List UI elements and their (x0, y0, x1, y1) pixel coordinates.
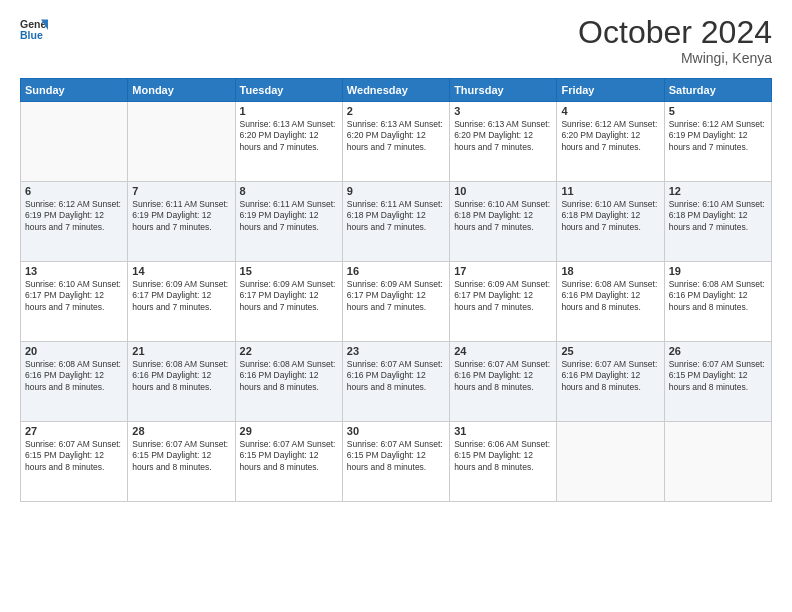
table-row: 2Sunrise: 6:13 AM Sunset: 6:20 PM Daylig… (342, 102, 449, 182)
day-number: 28 (132, 425, 230, 437)
table-row: 14Sunrise: 6:09 AM Sunset: 6:17 PM Dayli… (128, 262, 235, 342)
calendar-week-row: 13Sunrise: 6:10 AM Sunset: 6:17 PM Dayli… (21, 262, 772, 342)
svg-text:Blue: Blue (20, 29, 43, 41)
table-row: 16Sunrise: 6:09 AM Sunset: 6:17 PM Dayli… (342, 262, 449, 342)
table-row (128, 102, 235, 182)
header-sunday: Sunday (21, 79, 128, 102)
header-friday: Friday (557, 79, 664, 102)
table-row (21, 102, 128, 182)
day-info: Sunrise: 6:13 AM Sunset: 6:20 PM Dayligh… (240, 119, 338, 153)
day-number: 15 (240, 265, 338, 277)
table-row: 19Sunrise: 6:08 AM Sunset: 6:16 PM Dayli… (664, 262, 771, 342)
header-saturday: Saturday (664, 79, 771, 102)
day-number: 3 (454, 105, 552, 117)
table-row: 6Sunrise: 6:12 AM Sunset: 6:19 PM Daylig… (21, 182, 128, 262)
calendar-week-row: 1Sunrise: 6:13 AM Sunset: 6:20 PM Daylig… (21, 102, 772, 182)
table-row: 13Sunrise: 6:10 AM Sunset: 6:17 PM Dayli… (21, 262, 128, 342)
day-info: Sunrise: 6:07 AM Sunset: 6:16 PM Dayligh… (454, 359, 552, 393)
day-number: 1 (240, 105, 338, 117)
day-number: 19 (669, 265, 767, 277)
table-row: 28Sunrise: 6:07 AM Sunset: 6:15 PM Dayli… (128, 422, 235, 502)
header-thursday: Thursday (450, 79, 557, 102)
header-monday: Monday (128, 79, 235, 102)
header: General Blue October 2024 Mwingi, Kenya (20, 16, 772, 66)
day-info: Sunrise: 6:07 AM Sunset: 6:15 PM Dayligh… (240, 439, 338, 473)
day-number: 8 (240, 185, 338, 197)
day-number: 16 (347, 265, 445, 277)
table-row: 20Sunrise: 6:08 AM Sunset: 6:16 PM Dayli… (21, 342, 128, 422)
day-info: Sunrise: 6:10 AM Sunset: 6:17 PM Dayligh… (25, 279, 123, 313)
calendar-week-row: 20Sunrise: 6:08 AM Sunset: 6:16 PM Dayli… (21, 342, 772, 422)
table-row: 30Sunrise: 6:07 AM Sunset: 6:15 PM Dayli… (342, 422, 449, 502)
day-number: 25 (561, 345, 659, 357)
day-info: Sunrise: 6:08 AM Sunset: 6:16 PM Dayligh… (561, 279, 659, 313)
day-info: Sunrise: 6:11 AM Sunset: 6:19 PM Dayligh… (132, 199, 230, 233)
table-row: 7Sunrise: 6:11 AM Sunset: 6:19 PM Daylig… (128, 182, 235, 262)
day-info: Sunrise: 6:09 AM Sunset: 6:17 PM Dayligh… (240, 279, 338, 313)
table-row: 25Sunrise: 6:07 AM Sunset: 6:16 PM Dayli… (557, 342, 664, 422)
table-row: 15Sunrise: 6:09 AM Sunset: 6:17 PM Dayli… (235, 262, 342, 342)
day-number: 22 (240, 345, 338, 357)
location: Mwingi, Kenya (578, 50, 772, 66)
day-number: 29 (240, 425, 338, 437)
day-info: Sunrise: 6:08 AM Sunset: 6:16 PM Dayligh… (25, 359, 123, 393)
day-number: 9 (347, 185, 445, 197)
day-number: 11 (561, 185, 659, 197)
day-number: 18 (561, 265, 659, 277)
weekday-header-row: Sunday Monday Tuesday Wednesday Thursday… (21, 79, 772, 102)
logo-icon: General Blue (20, 16, 48, 44)
table-row: 24Sunrise: 6:07 AM Sunset: 6:16 PM Dayli… (450, 342, 557, 422)
day-number: 13 (25, 265, 123, 277)
day-info: Sunrise: 6:13 AM Sunset: 6:20 PM Dayligh… (454, 119, 552, 153)
day-number: 5 (669, 105, 767, 117)
day-info: Sunrise: 6:11 AM Sunset: 6:18 PM Dayligh… (347, 199, 445, 233)
header-tuesday: Tuesday (235, 79, 342, 102)
day-info: Sunrise: 6:12 AM Sunset: 6:19 PM Dayligh… (25, 199, 123, 233)
table-row: 8Sunrise: 6:11 AM Sunset: 6:19 PM Daylig… (235, 182, 342, 262)
table-row: 22Sunrise: 6:08 AM Sunset: 6:16 PM Dayli… (235, 342, 342, 422)
day-number: 26 (669, 345, 767, 357)
day-info: Sunrise: 6:13 AM Sunset: 6:20 PM Dayligh… (347, 119, 445, 153)
calendar-week-row: 6Sunrise: 6:12 AM Sunset: 6:19 PM Daylig… (21, 182, 772, 262)
day-number: 24 (454, 345, 552, 357)
table-row: 5Sunrise: 6:12 AM Sunset: 6:19 PM Daylig… (664, 102, 771, 182)
table-row: 21Sunrise: 6:08 AM Sunset: 6:16 PM Dayli… (128, 342, 235, 422)
day-info: Sunrise: 6:07 AM Sunset: 6:15 PM Dayligh… (669, 359, 767, 393)
day-info: Sunrise: 6:07 AM Sunset: 6:15 PM Dayligh… (132, 439, 230, 473)
table-row: 31Sunrise: 6:06 AM Sunset: 6:15 PM Dayli… (450, 422, 557, 502)
day-info: Sunrise: 6:10 AM Sunset: 6:18 PM Dayligh… (669, 199, 767, 233)
day-number: 10 (454, 185, 552, 197)
calendar-page: General Blue October 2024 Mwingi, Kenya … (0, 0, 792, 612)
day-number: 30 (347, 425, 445, 437)
day-info: Sunrise: 6:10 AM Sunset: 6:18 PM Dayligh… (454, 199, 552, 233)
calendar-table: Sunday Monday Tuesday Wednesday Thursday… (20, 78, 772, 502)
table-row: 10Sunrise: 6:10 AM Sunset: 6:18 PM Dayli… (450, 182, 557, 262)
day-info: Sunrise: 6:08 AM Sunset: 6:16 PM Dayligh… (669, 279, 767, 313)
day-info: Sunrise: 6:11 AM Sunset: 6:19 PM Dayligh… (240, 199, 338, 233)
month-title: October 2024 (578, 16, 772, 48)
table-row: 29Sunrise: 6:07 AM Sunset: 6:15 PM Dayli… (235, 422, 342, 502)
day-info: Sunrise: 6:07 AM Sunset: 6:15 PM Dayligh… (347, 439, 445, 473)
day-number: 12 (669, 185, 767, 197)
day-info: Sunrise: 6:07 AM Sunset: 6:15 PM Dayligh… (25, 439, 123, 473)
table-row: 12Sunrise: 6:10 AM Sunset: 6:18 PM Dayli… (664, 182, 771, 262)
header-wednesday: Wednesday (342, 79, 449, 102)
table-row: 9Sunrise: 6:11 AM Sunset: 6:18 PM Daylig… (342, 182, 449, 262)
table-row (557, 422, 664, 502)
calendar-week-row: 27Sunrise: 6:07 AM Sunset: 6:15 PM Dayli… (21, 422, 772, 502)
day-number: 14 (132, 265, 230, 277)
day-info: Sunrise: 6:09 AM Sunset: 6:17 PM Dayligh… (347, 279, 445, 313)
day-number: 20 (25, 345, 123, 357)
day-number: 6 (25, 185, 123, 197)
day-info: Sunrise: 6:09 AM Sunset: 6:17 PM Dayligh… (454, 279, 552, 313)
day-number: 23 (347, 345, 445, 357)
table-row: 17Sunrise: 6:09 AM Sunset: 6:17 PM Dayli… (450, 262, 557, 342)
day-info: Sunrise: 6:12 AM Sunset: 6:20 PM Dayligh… (561, 119, 659, 153)
day-info: Sunrise: 6:08 AM Sunset: 6:16 PM Dayligh… (132, 359, 230, 393)
day-info: Sunrise: 6:12 AM Sunset: 6:19 PM Dayligh… (669, 119, 767, 153)
day-number: 2 (347, 105, 445, 117)
day-number: 27 (25, 425, 123, 437)
title-area: October 2024 Mwingi, Kenya (578, 16, 772, 66)
table-row (664, 422, 771, 502)
table-row: 18Sunrise: 6:08 AM Sunset: 6:16 PM Dayli… (557, 262, 664, 342)
